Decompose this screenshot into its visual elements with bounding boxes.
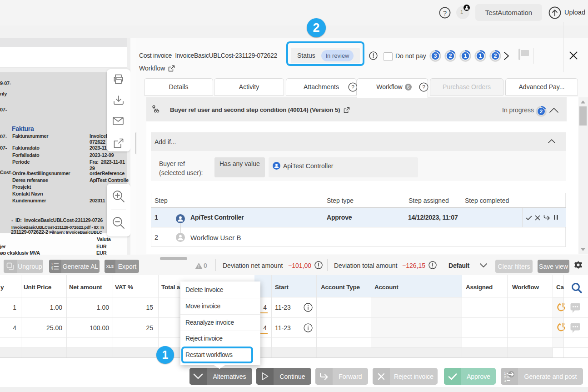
svg-text:3: 3 — [434, 53, 437, 59]
svg-text:?: ? — [351, 84, 354, 90]
svg-text:1: 1 — [464, 53, 467, 59]
svg-text:3: 3 — [504, 379, 506, 382]
svg-text:2: 2 — [494, 53, 497, 59]
svg-text:1: 1 — [479, 53, 482, 59]
svg-text:3: 3 — [51, 268, 53, 270]
svg-text:?: ? — [422, 84, 425, 90]
svg-text:2: 2 — [540, 109, 543, 114]
svg-text:2: 2 — [449, 53, 452, 59]
svg-text:?: ? — [443, 9, 447, 17]
